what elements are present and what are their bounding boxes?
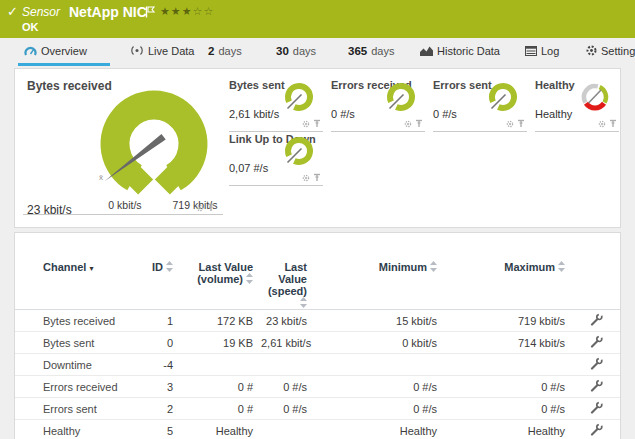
channel-settings-icon[interactable] (590, 379, 603, 392)
column-header-max[interactable]: Maximum (445, 233, 573, 310)
cell-channel: Healthy (15, 420, 151, 439)
column-header-id[interactable]: ID (151, 233, 181, 310)
tab-log[interactable]: Log (525, 38, 559, 63)
table-row-errors-sent: Errors sent20 #0 #/s0 #/s0 #/s (15, 398, 620, 420)
gauge-value: 0 #/s (433, 108, 457, 120)
cell-max: 0 #/s (445, 398, 573, 420)
table-row-bytes-sent: Bytes sent019 KB2,61 kbit/s0 kbit/s714 k… (15, 332, 620, 354)
sort-icon (558, 261, 565, 272)
status-gauge-dial (575, 78, 615, 118)
cell-speed: 23 kbit/s (261, 310, 315, 332)
channel-settings-icon[interactable] (590, 313, 603, 326)
historic-chart-icon (420, 46, 433, 56)
gauge-tile-errors-received[interactable]: Errors received0 #/s (331, 77, 425, 132)
gauge-tile-bytes-sent[interactable]: Bytes sent2,61 kbit/s (229, 77, 323, 132)
gauge-tile-actions[interactable] (302, 119, 321, 128)
channel-settings-button[interactable] (573, 354, 620, 376)
gauge-tile-actions[interactable] (506, 119, 525, 128)
gauge-dial (87, 86, 222, 206)
channel-settings-icon[interactable] (590, 335, 603, 348)
pin-icon[interactable] (313, 119, 321, 128)
gauge-dial (381, 78, 421, 118)
cell-min: 0 kbit/s (315, 332, 445, 354)
sorted-desc-icon: ▾ (89, 264, 93, 273)
ok-check-icon: ✓ (7, 4, 18, 19)
gauge-tile-actions[interactable] (404, 119, 423, 128)
table-header-row: Channel▾IDLast Value(volume)Last Value(s… (15, 233, 620, 310)
cell-min (315, 354, 445, 376)
pin-icon[interactable] (207, 203, 215, 212)
gauge-label: Bytes sent (229, 79, 285, 91)
channel-settings-button[interactable] (573, 332, 620, 354)
channel-settings-button[interactable] (573, 420, 620, 439)
priority-stars[interactable]: ★★★☆☆ (160, 5, 214, 18)
tab-30-days[interactable]: 30 days (276, 38, 316, 63)
column-header-channel[interactable]: Channel▾ (15, 233, 151, 310)
sensor-header: ✓ Sensor NetApp NIC ★★★☆☆ OK (0, 0, 635, 38)
cell-speed: 0 #/s (261, 376, 315, 398)
average-marker-icon: x̄ (99, 173, 103, 182)
gauge-tile-bytes-received[interactable]: Bytes received x̄ 0 kbit/s 719 kbit/s 23… (23, 77, 223, 215)
gauge-tile-link-up-to-down[interactable]: Link Up to Down0,07 #/s (229, 131, 323, 186)
tab-label: Live Data (148, 45, 194, 57)
column-header-volume[interactable]: Last Value(volume) (181, 233, 261, 310)
cell-volume: Healthy (181, 420, 261, 439)
flag-icon[interactable] (145, 4, 155, 22)
pin-icon[interactable] (313, 173, 321, 182)
table-row-healthy: Healthy5HealthyHealthyHealthy (15, 420, 620, 439)
channel-settings-button[interactable] (573, 376, 620, 398)
gear-icon[interactable] (302, 120, 310, 128)
channel-settings-icon[interactable] (590, 401, 603, 414)
cell-channel: Errors received (15, 376, 151, 398)
channel-settings-button[interactable] (573, 398, 620, 420)
gauge-tile-errors-sent[interactable]: Errors sent0 #/s (433, 77, 527, 132)
tab-label: days (218, 45, 241, 57)
gear-icon[interactable] (598, 120, 606, 128)
tab-label: Settings (601, 45, 635, 57)
tab-bar: Overview Live Data 2 days 30 days 365 da… (0, 38, 635, 66)
cell-max: Healthy (445, 420, 573, 439)
cell-speed (261, 420, 315, 439)
gear-icon[interactable] (302, 174, 310, 182)
gauges-panel: Bytes received x̄ 0 kbit/s 719 kbit/s 23… (14, 68, 621, 228)
sensor-status: OK (22, 21, 39, 33)
column-header-speed[interactable]: Last Value(speed) (261, 233, 315, 310)
pin-icon[interactable] (609, 119, 617, 128)
cell-volume: 172 KB (181, 310, 261, 332)
channel-settings-icon[interactable] (590, 423, 603, 436)
gauge-tile-actions[interactable] (598, 119, 617, 128)
cell-volume: 0 # (181, 376, 261, 398)
cell-channel: Bytes sent (15, 332, 151, 354)
live-signal-icon (130, 45, 144, 56)
tab-number: 2 (208, 45, 214, 57)
tab-settings[interactable]: Settings (586, 38, 635, 63)
pin-icon[interactable] (415, 119, 423, 128)
tab-365-days[interactable]: 365 days (348, 38, 394, 63)
gauge-tile-actions[interactable] (196, 203, 215, 212)
gauge-dial (279, 78, 319, 118)
cell-id: 2 (151, 398, 181, 420)
tab-live-data[interactable]: Live Data (130, 38, 194, 63)
sort-icon (246, 273, 253, 284)
gear-icon[interactable] (404, 120, 412, 128)
channel-settings-icon[interactable] (590, 357, 603, 370)
column-header-min[interactable]: Minimum (315, 233, 445, 310)
channel-settings-button[interactable] (573, 310, 620, 332)
pin-icon[interactable] (517, 119, 525, 128)
table-row-errors-received: Errors received30 #0 #/s0 #/s0 #/s (15, 376, 620, 398)
cell-speed: 0 #/s (261, 398, 315, 420)
sensor-name: NetApp NIC (69, 4, 147, 20)
gauge-tile-actions[interactable] (302, 173, 321, 182)
gauge-icon (24, 45, 37, 56)
cell-min: 15 kbit/s (315, 310, 445, 332)
gear-icon (586, 45, 597, 56)
cell-channel: Errors sent (15, 398, 151, 420)
tab-2-days[interactable]: 2 days (208, 38, 242, 63)
gear-icon[interactable] (506, 120, 514, 128)
tab-overview[interactable]: Overview (18, 38, 110, 66)
tab-historic-data[interactable]: Historic Data (420, 38, 500, 63)
gear-icon[interactable] (196, 204, 204, 212)
gauge-tile-healthy[interactable]: HealthyHealthy (535, 77, 619, 132)
channel-table: Channel▾IDLast Value(volume)Last Value(s… (15, 233, 620, 439)
gauge-scale-max: 719 kbit/s (165, 199, 225, 211)
